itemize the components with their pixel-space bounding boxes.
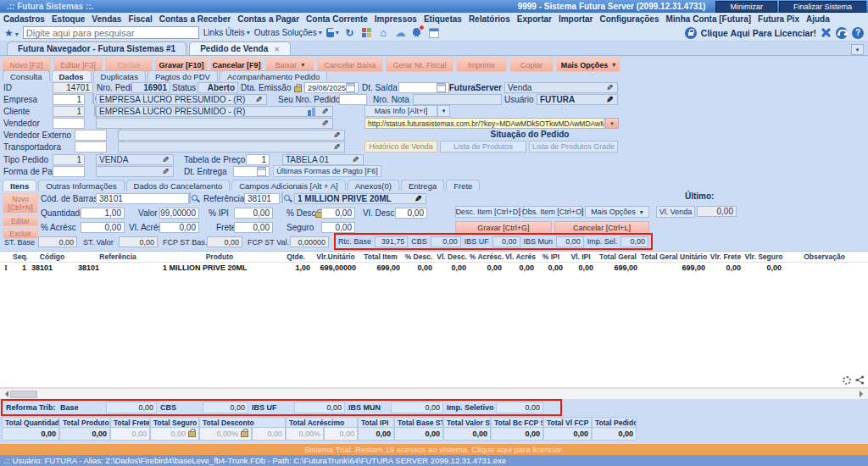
item-mais-opcoes-button[interactable]: Mais Opções [585,206,649,218]
tools-icon[interactable] [821,27,832,38]
transportadora-edit-pencil-icon[interactable] [331,142,342,152]
vl-desc-field[interactable]: 0,00 [395,208,427,219]
forma-pagto-cod-field[interactable] [53,166,85,177]
item-cancelar-button[interactable]: Cancelar [Ctrl+L] [554,221,649,234]
scroll-right-icon[interactable] [860,391,866,397]
imprimir-button[interactable]: Imprimir [456,58,507,72]
tipo-pedido-edit-pencil-icon[interactable] [160,155,170,164]
ipi-field[interactable]: 0,00 [234,208,273,219]
tab-entrega[interactable]: Entrega [401,180,444,191]
vendedor-edit-pencil-icon[interactable] [320,119,330,128]
menu-estoque[interactable]: Estoque [52,14,85,24]
ultimas-formas-pagto-button[interactable]: Últimas Formas de Pagto [F6] [273,165,381,177]
seguro-field[interactable]: 0,00 [321,222,355,233]
tabela-preco-cod-field[interactable]: 1 [246,154,270,165]
close-tab-icon[interactable] [268,44,280,53]
menu-etiquetas[interactable]: Etiquetas [424,14,462,24]
license-lock-icon[interactable] [685,27,697,39]
mais-info-dropdown-icon[interactable]: ▾ [437,105,450,117]
seu-nro-pedido-field[interactable] [339,94,367,105]
vendedor-cod-field[interactable] [53,118,85,129]
dta-emissao-lock-icon[interactable] [294,86,302,92]
cliente-org-icon[interactable] [308,108,318,116]
dt-entrega-field[interactable] [233,166,270,177]
tabela-preco-edit-pencil-icon[interactable] [350,155,360,164]
mais-info-button[interactable]: Mais Info [Alt+I] [364,105,437,117]
empresa-cod-field[interactable]: 1 [53,94,85,105]
tab-dados-cancelamento[interactable]: Dados do Cancelamento [126,180,231,191]
tab-duplicatas[interactable]: Duplicatas [93,70,146,81]
menu-relatorios[interactable]: Relatórios [469,14,510,24]
help-icon[interactable] [852,27,864,39]
menu-minha-conta[interactable]: Minha Conta [Futura] [666,14,752,24]
finalize-system-button[interactable]: Finalizar Sistema [779,1,866,13]
status-url-dropdown-icon[interactable] [605,118,619,129]
tab-consulta[interactable]: Consulta [3,70,50,81]
share-icon[interactable] [855,375,865,385]
menu-ajuda[interactable]: Ajuda [806,14,830,24]
cliente-edit-pencil-icon[interactable] [320,107,330,116]
tab-outras-informacoes[interactable]: Outras Informações [38,180,124,191]
referencia-search-icon[interactable] [281,192,283,203]
total-seguro-lock-icon[interactable] [188,431,196,437]
favorites-star-icon[interactable] [4,27,19,39]
tab-anexos[interactable]: Anexos(0) [348,180,399,191]
tab-frete[interactable]: Frete [446,180,480,191]
tab-dados[interactable]: Dados [52,70,92,81]
quantidade-field[interactable]: 1,00 [81,208,125,219]
vendedor-externo-edit-pencil-icon[interactable] [331,130,342,140]
cloud-icon[interactable] [394,26,407,39]
license-link[interactable]: Clique Aqui Para Licenciar! [701,28,816,38]
vl-venda-button[interactable]: Vl. Venda [656,206,695,218]
search-input[interactable] [23,26,199,39]
dt-saida-field[interactable] [398,82,449,93]
modules-grid-icon[interactable] [360,26,373,39]
total-desconto-lock-icon[interactable] [241,431,248,437]
menu-contas-a-receber[interactable]: Contas a Receber [159,14,231,24]
futuraserver-field[interactable]: Venda [504,82,618,93]
tab-acompanhamento[interactable]: Acompanhamento Pedido [220,70,327,81]
minimize-button[interactable]: Minimizar [715,1,777,13]
calendar-icon[interactable] [428,26,441,39]
empresa-edit-pencil-icon[interactable] [253,95,264,104]
item-editar-button[interactable]: Editar [3,215,38,226]
valor-field[interactable]: 699,00000 [159,208,199,219]
support-headset-icon[interactable] [836,27,848,39]
notifications-bell-icon[interactable] [411,26,424,39]
tab-itens[interactable]: Itens [3,180,36,191]
desc-pct-field[interactable]: 0,00 [321,208,355,219]
menu-exportar[interactable]: Exportar [517,14,552,24]
scrollbar-thumb[interactable] [10,391,37,398]
menu-vendas[interactable]: Vendas [92,14,121,24]
vl-acresc-field[interactable]: 0,00 [159,222,199,233]
tab-pagtos-pdv[interactable]: Pagtos do PDV [147,70,218,81]
acresc-pct-field[interactable]: 0,00 [81,222,125,233]
dt-saida-calendar-icon[interactable] [437,83,446,92]
usuario-edit-pencil-icon[interactable] [604,95,615,104]
dta-emissao-field[interactable]: 29/08/2025 [304,82,359,93]
tab-pedido-de-venda[interactable]: Pedido de Venda [189,42,291,55]
empresa-search-icon[interactable] [92,93,94,104]
trial-banner[interactable]: Sistema Trial. Restam 19 acessos ao sist… [0,444,868,455]
scroll-left-icon[interactable] [2,391,8,397]
lista-de-produtos-grade-button[interactable]: Lista de Produtos Grade [529,141,618,153]
tab-futura-navegador[interactable]: Futura Navegador - Futura Sistemas #1 [7,42,186,55]
grid-settings-gear-icon[interactable] [843,376,851,385]
dt-entrega-calendar-icon[interactable] [257,167,266,176]
links-uteis-menu[interactable]: Links Úteis [203,28,250,37]
menu-impressos[interactable]: Impressos [375,14,417,24]
obs-item-button[interactable]: Obs. Item [Ctrl+O] [523,206,582,218]
copiar-button[interactable]: Copiar [509,58,554,72]
tab-list-dropdown[interactable] [851,44,864,55]
menu-futura-pix[interactable]: Futura Pix [758,14,799,24]
status-url-field[interactable]: http://status.futurasistemas.com.br/?key… [364,118,604,129]
refresh-icon[interactable] [343,26,356,39]
menu-configuracoes[interactable]: Configurações [599,14,659,24]
lista-de-produtos-button[interactable]: Lista de Produtos [440,141,526,153]
referencia-field[interactable]: 38101 [244,193,280,204]
horizontal-scrollbar[interactable] [0,388,868,399]
historico-de-venda-button[interactable]: Histórico de Venda [364,141,437,153]
grid-row[interactable]: I 1 38101 38101 1 MILLION PRIVE 20ML 1,0… [0,263,868,273]
forma-pagto-edit-pencil-icon[interactable] [160,167,170,176]
desc-item-button[interactable]: Desc. Item [Ctrl+D] [455,206,520,218]
